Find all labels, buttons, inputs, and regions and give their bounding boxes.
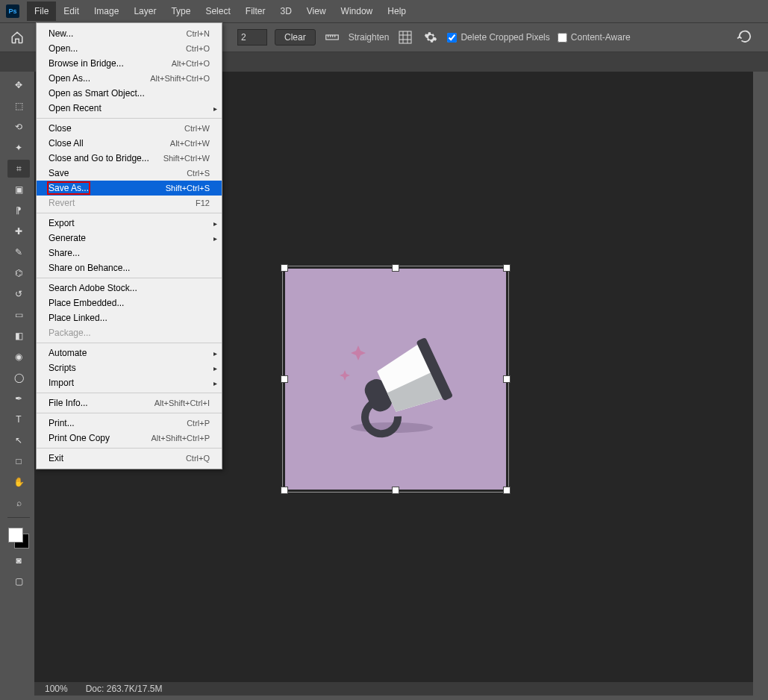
menu-item-scripts[interactable]: Scripts bbox=[37, 360, 222, 375]
menu-item-close[interactable]: CloseCtrl+W bbox=[37, 121, 222, 136]
menu-item-close-and-go-to-bridge[interactable]: Close and Go to Bridge...Shift+Ctrl+W bbox=[37, 151, 222, 166]
menu-item-save-as[interactable]: Save As...Shift+Ctrl+S bbox=[37, 181, 222, 196]
handle-top-left[interactable] bbox=[281, 264, 288, 272]
menu-help[interactable]: Help bbox=[380, 1, 413, 21]
menu-item-label: Scripts bbox=[49, 363, 76, 373]
crop-tool[interactable]: ⌗ bbox=[7, 160, 30, 178]
handle-mid-right[interactable] bbox=[503, 375, 511, 383]
zoom-level[interactable]: 100% bbox=[45, 684, 68, 694]
content-aware-checkbox[interactable]: Content-Aware bbox=[558, 32, 631, 43]
delete-cropped-checkbox[interactable]: Delete Cropped Pixels bbox=[447, 32, 549, 43]
dodge-tool[interactable]: ◯ bbox=[7, 369, 30, 387]
clear-button[interactable]: Clear bbox=[275, 29, 316, 46]
frame-tool[interactable]: ▣ bbox=[7, 181, 30, 199]
menu-item-place-embedded[interactable]: Place Embedded... bbox=[37, 296, 222, 310]
pen-tool[interactable]: ✒ bbox=[7, 390, 30, 407]
menu-item-generate[interactable]: Generate bbox=[37, 231, 222, 246]
menu-select[interactable]: Select bbox=[198, 1, 237, 21]
menu-separator bbox=[37, 278, 222, 278]
menu-item-label: Print... bbox=[49, 418, 75, 428]
menu-layer[interactable]: Layer bbox=[126, 1, 163, 21]
menu-item-label: Open... bbox=[49, 43, 78, 54]
blur-tool[interactable]: ◉ bbox=[7, 348, 30, 366]
fg-color[interactable] bbox=[8, 528, 23, 543]
menu-item-file-info[interactable]: File Info...Alt+Shift+Ctrl+I bbox=[37, 396, 222, 410]
handle-mid-left[interactable] bbox=[281, 375, 288, 383]
clone-stamp-tool[interactable]: ⌬ bbox=[7, 264, 30, 282]
menubar: Ps File Edit Image Layer Type Select Fil… bbox=[0, 0, 768, 22]
reset-icon[interactable] bbox=[737, 30, 753, 46]
gradient-tool[interactable]: ◧ bbox=[7, 327, 30, 345]
menu-item-open-as-smart-object[interactable]: Open as Smart Object... bbox=[37, 86, 222, 101]
file-menu-dropdown: New...Ctrl+NOpen...Ctrl+OBrowse in Bridg… bbox=[36, 22, 222, 469]
menu-item-open[interactable]: Open...Ctrl+O bbox=[37, 41, 222, 56]
menu-item-import[interactable]: Import bbox=[37, 375, 222, 390]
healing-brush-tool[interactable]: ✚ bbox=[7, 222, 30, 240]
menu-type[interactable]: Type bbox=[163, 1, 198, 21]
menu-item-shortcut: Ctrl+P bbox=[187, 419, 210, 428]
handle-top-right[interactable] bbox=[503, 264, 511, 272]
menu-item-search-adobe-stock[interactable]: Search Adobe Stock... bbox=[37, 281, 222, 296]
menu-item-place-linked[interactable]: Place Linked... bbox=[37, 310, 222, 325]
menu-item-exit[interactable]: ExitCtrl+Q bbox=[37, 451, 222, 466]
delete-cropped-input[interactable] bbox=[447, 33, 457, 43]
grid-icon[interactable] bbox=[396, 28, 414, 46]
menu-item-share[interactable]: Share... bbox=[37, 246, 222, 260]
handle-bot-mid[interactable] bbox=[392, 487, 399, 494]
menu-file[interactable]: File bbox=[27, 1, 56, 21]
content-aware-input[interactable] bbox=[558, 33, 567, 43]
menu-item-close-all[interactable]: Close AllAlt+Ctrl+W bbox=[37, 136, 222, 151]
history-brush-tool[interactable]: ↺ bbox=[7, 285, 30, 303]
menu-item-automate[interactable]: Automate bbox=[37, 346, 222, 360]
menu-item-open-as[interactable]: Open As...Alt+Shift+Ctrl+O bbox=[37, 71, 222, 86]
move-tool[interactable]: ✥ bbox=[7, 76, 30, 94]
handle-bot-right[interactable] bbox=[503, 487, 511, 494]
menu-item-export[interactable]: Export bbox=[37, 216, 222, 231]
menu-item-shortcut: Ctrl+N bbox=[187, 29, 210, 38]
screen-mode-icon[interactable]: ▢ bbox=[7, 572, 30, 590]
menu-window[interactable]: Window bbox=[334, 1, 381, 21]
straighten-label[interactable]: Straighten bbox=[349, 32, 390, 43]
menu-3d[interactable]: 3D bbox=[272, 1, 299, 21]
selection-border bbox=[282, 266, 509, 493]
magic-wand-tool[interactable]: ✦ bbox=[7, 139, 30, 157]
menu-item-save[interactable]: SaveCtrl+S bbox=[37, 166, 222, 181]
handle-bot-left[interactable] bbox=[281, 487, 288, 494]
menu-image[interactable]: Image bbox=[87, 1, 126, 21]
menu-item-open-recent[interactable]: Open Recent bbox=[37, 101, 222, 116]
type-tool[interactable]: T bbox=[7, 410, 30, 428]
handle-top-mid[interactable] bbox=[392, 264, 399, 272]
menu-item-new[interactable]: New...Ctrl+N bbox=[37, 26, 222, 41]
menu-item-shortcut: Alt+Shift+Ctrl+I bbox=[154, 399, 210, 407]
marquee-tool[interactable]: ⬚ bbox=[7, 97, 30, 115]
menu-item-print[interactable]: Print...Ctrl+P bbox=[37, 416, 222, 431]
menu-item-shortcut: Alt+Shift+Ctrl+O bbox=[150, 74, 210, 83]
doc-size: Doc: 263.7K/17.5M bbox=[86, 684, 163, 694]
gear-icon[interactable] bbox=[422, 28, 440, 46]
menu-item-print-one-copy[interactable]: Print One CopyAlt+Shift+Ctrl+P bbox=[37, 431, 222, 446]
eraser-tool[interactable]: ▭ bbox=[7, 306, 30, 324]
menu-item-browse-in-bridge[interactable]: Browse in Bridge...Alt+Ctrl+O bbox=[37, 56, 222, 71]
lasso-tool[interactable]: ⟲ bbox=[7, 118, 30, 136]
brush-tool[interactable]: ✎ bbox=[7, 243, 30, 261]
menu-item-label: Share on Behance... bbox=[49, 263, 130, 273]
quick-mask-icon[interactable]: ◙ bbox=[7, 551, 30, 569]
canvas-selection[interactable] bbox=[282, 266, 509, 493]
home-icon[interactable] bbox=[6, 26, 28, 49]
menu-edit[interactable]: Edit bbox=[56, 1, 87, 21]
hand-tool[interactable]: ✋ bbox=[7, 473, 30, 491]
app-logo: Ps bbox=[6, 4, 19, 18]
menu-filter[interactable]: Filter bbox=[238, 1, 273, 21]
crop-value-input[interactable] bbox=[237, 29, 267, 46]
rectangle-tool[interactable]: □ bbox=[7, 452, 30, 470]
eyedropper-tool[interactable]: ⁋ bbox=[7, 201, 30, 219]
svg-rect-5 bbox=[399, 31, 411, 43]
menu-item-label: Revert bbox=[49, 198, 75, 208]
zoom-tool[interactable]: ⌕ bbox=[7, 494, 30, 512]
menu-item-share-on-behance[interactable]: Share on Behance... bbox=[37, 260, 222, 275]
straighten-icon[interactable] bbox=[323, 28, 341, 46]
color-swatch[interactable] bbox=[8, 528, 29, 549]
path-selection-tool[interactable]: ↖ bbox=[7, 431, 30, 449]
menu-separator bbox=[37, 448, 222, 449]
menu-view[interactable]: View bbox=[299, 1, 334, 21]
